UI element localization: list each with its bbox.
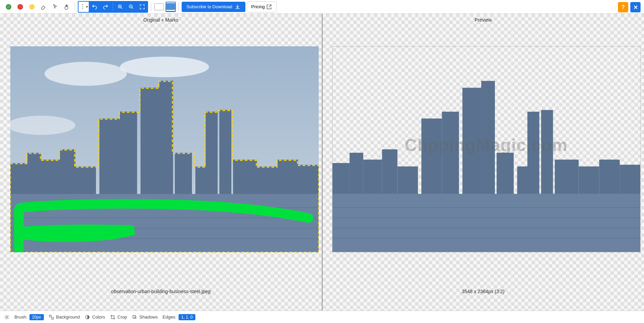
brush-size-dropdown[interactable]: ⋮▾ bbox=[78, 2, 89, 12]
minus-icon bbox=[17, 4, 23, 10]
svg-rect-55 bbox=[134, 316, 136, 319]
svg-rect-45 bbox=[332, 194, 640, 252]
shadows-button[interactable]: Shadows bbox=[132, 314, 158, 320]
zoom-out-button[interactable] bbox=[126, 2, 136, 12]
background-label: Background bbox=[56, 314, 80, 320]
plus-icon bbox=[6, 4, 11, 10]
colors-label: Colors bbox=[92, 314, 105, 320]
dots-icon: ⋮ bbox=[80, 3, 85, 10]
remove-brush-button[interactable] bbox=[15, 2, 25, 12]
zoom-in-button[interactable] bbox=[115, 2, 125, 12]
crop-label: Crop bbox=[118, 314, 127, 320]
background-button[interactable]: Background bbox=[49, 314, 80, 320]
right-canvas[interactable]: Preview bbox=[323, 14, 644, 311]
pointer-button[interactable] bbox=[50, 2, 60, 12]
left-panel: Original + Marks bbox=[0, 14, 322, 311]
undo-button[interactable] bbox=[89, 2, 100, 12]
divider bbox=[179, 2, 179, 11]
keep-brush-button[interactable] bbox=[3, 2, 14, 12]
svg-rect-23 bbox=[10, 194, 319, 252]
preview-image: ClippingMagic.com bbox=[332, 46, 641, 252]
brush-control[interactable]: Brush: 20px bbox=[14, 314, 44, 320]
divider bbox=[75, 2, 75, 11]
split-view-button[interactable] bbox=[166, 2, 176, 12]
help-icon: ? bbox=[621, 4, 625, 10]
fit-button[interactable] bbox=[137, 2, 147, 12]
svg-point-3 bbox=[45, 62, 127, 86]
divider bbox=[151, 2, 151, 11]
history-group: ⋮▾ bbox=[78, 1, 148, 13]
brush-value: 20px bbox=[29, 314, 44, 320]
divider bbox=[113, 2, 113, 11]
zoom-in-icon bbox=[117, 4, 123, 10]
pan-button[interactable] bbox=[62, 2, 72, 12]
colors-button[interactable]: Colors bbox=[85, 314, 105, 320]
main-area: Original + Marks bbox=[0, 14, 644, 311]
colors-icon bbox=[85, 314, 90, 320]
download-icon bbox=[234, 4, 241, 10]
city-image bbox=[10, 46, 319, 252]
crop-icon bbox=[110, 314, 116, 320]
brush-label: Brush: bbox=[14, 314, 27, 320]
svg-rect-51 bbox=[49, 315, 51, 317]
svg-point-4 bbox=[120, 57, 209, 77]
svg-point-50 bbox=[6, 316, 8, 318]
pricing-label: Pricing bbox=[251, 4, 265, 9]
close-button[interactable]: ✕ bbox=[630, 2, 641, 12]
external-link-icon bbox=[266, 4, 272, 10]
hair-brush-button[interactable] bbox=[27, 2, 37, 12]
single-view-button[interactable] bbox=[154, 2, 164, 12]
shadows-label: Shadows bbox=[139, 314, 158, 320]
pointer-icon bbox=[52, 4, 58, 10]
close-icon: ✕ bbox=[633, 4, 638, 11]
zoom-out-icon bbox=[128, 4, 134, 10]
undo-icon bbox=[92, 4, 98, 10]
watermark: ClippingMagic.com bbox=[405, 135, 568, 155]
edges-value: 1, 1, 0 bbox=[179, 314, 195, 320]
dimensions-label: 3548 x 2364px (3:2) bbox=[323, 289, 644, 294]
fit-icon bbox=[139, 4, 145, 10]
eraser-icon bbox=[40, 4, 47, 10]
split-view-icon bbox=[166, 3, 175, 10]
edges-control[interactable]: Edges: 1, 1, 0 bbox=[162, 314, 195, 320]
gear-icon bbox=[4, 314, 10, 320]
background-icon bbox=[49, 314, 54, 320]
single-view-icon bbox=[154, 3, 164, 10]
filename-label: observation-urban-building-business-stee… bbox=[0, 289, 322, 294]
svg-rect-52 bbox=[51, 317, 53, 319]
redo-icon bbox=[102, 4, 109, 10]
settings-button[interactable] bbox=[4, 314, 10, 320]
subscribe-button[interactable]: Subscribe to Download bbox=[182, 2, 245, 12]
crop-button[interactable]: Crop bbox=[110, 314, 127, 320]
edges-label: Edges: bbox=[162, 314, 176, 320]
left-panel-title: Original + Marks bbox=[0, 14, 322, 26]
right-panel-title: Preview bbox=[323, 14, 644, 26]
subscribe-label: Subscribe to Download bbox=[186, 4, 232, 9]
help-button[interactable]: ? bbox=[618, 2, 628, 12]
original-image bbox=[10, 46, 319, 252]
top-toolbar: ⋮▾ Subscribe to Download Pricing bbox=[0, 0, 644, 14]
left-canvas[interactable]: Original + Marks bbox=[0, 14, 322, 311]
top-right-controls: ? ✕ bbox=[618, 2, 641, 12]
slash-icon bbox=[29, 4, 35, 10]
eraser-button[interactable] bbox=[38, 2, 49, 12]
bottom-bar: Brush: 20px Background Colors Crop Shado… bbox=[0, 311, 644, 323]
shadows-icon bbox=[132, 314, 137, 320]
hand-icon bbox=[64, 4, 70, 10]
right-panel: Original Preview bbox=[323, 14, 644, 311]
redo-button[interactable] bbox=[100, 2, 111, 12]
pricing-button[interactable]: Pricing bbox=[247, 1, 277, 12]
